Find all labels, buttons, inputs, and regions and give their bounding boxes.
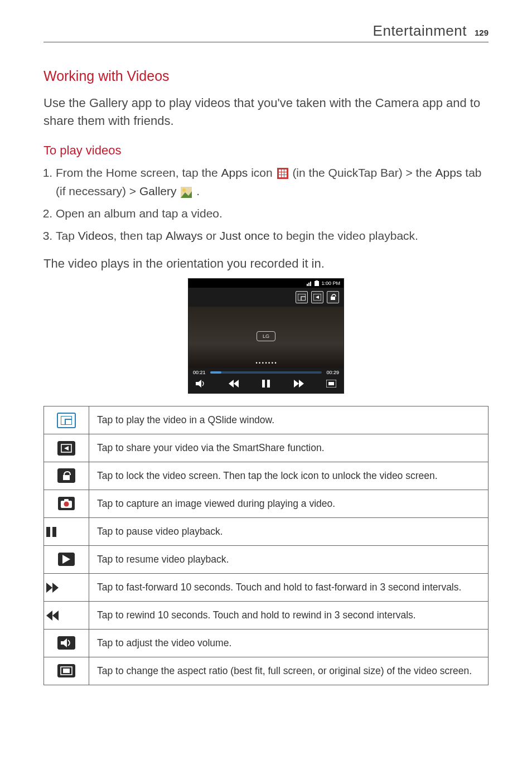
svg-rect-15 <box>315 281 319 286</box>
step-3-text-e: or <box>202 229 219 242</box>
header-section-title: Entertainment <box>373 22 467 40</box>
svg-rect-1 <box>279 170 281 172</box>
table-row: Tap to fast-forward 10 seconds. Touch an… <box>44 574 489 602</box>
icon-cell-pause <box>44 518 89 546</box>
fast-forward-icon <box>45 582 88 593</box>
svg-rect-26 <box>61 416 72 425</box>
step-2: Open an album and tap a video. <box>56 204 489 223</box>
step-1: From the Home screen, tap the Apps icon … <box>56 163 489 201</box>
capture-icon <box>58 497 75 510</box>
step-3-text-a: Tap <box>56 229 78 242</box>
icon-cell-volume <box>44 630 89 657</box>
desc-lock: Tap to lock the video screen. Then tap t… <box>89 462 489 490</box>
table-row: Tap to share your video via the SmartSha… <box>44 434 489 462</box>
step-1-text-a: From the Home screen, tap the <box>56 166 221 179</box>
table-row: Tap to lock the video screen. Then tap t… <box>44 462 489 490</box>
lock-icon <box>57 468 75 483</box>
svg-rect-29 <box>63 475 70 480</box>
step-1-text-d: (in the QuickTap Bar) > the <box>289 166 436 179</box>
svg-rect-22 <box>262 380 265 388</box>
desc-qslide: Tap to play the video in a QSlide window… <box>89 406 489 434</box>
svg-rect-21 <box>196 382 199 385</box>
svg-rect-3 <box>284 170 287 172</box>
steps-list: From the Home screen, tap the Apps icon … <box>43 163 489 245</box>
qslide-icon <box>57 413 76 428</box>
icon-cell-capture <box>44 490 89 518</box>
svg-rect-12 <box>307 284 308 286</box>
svg-rect-2 <box>282 170 284 172</box>
svg-rect-37 <box>63 669 70 673</box>
step-2-text: Open an album and tap a video. <box>56 207 223 220</box>
aspect-ratio-icon <box>57 664 75 677</box>
header-page-number: 129 <box>475 28 489 37</box>
svg-rect-31 <box>64 499 69 501</box>
table-row: Tap to pause video playback. <box>44 518 489 546</box>
table-row: Tap to play the video in a QSlide window… <box>44 406 489 434</box>
video-player-screenshot: 1:00 PM LG • • • • • • • 00:21 00:29 <box>188 278 344 394</box>
video-frame-area: LG • • • • • • • <box>188 307 344 368</box>
svg-rect-8 <box>282 175 284 177</box>
icon-cell-play <box>44 546 89 574</box>
step-3-videos: Videos <box>78 229 114 242</box>
step-1-gallery-label: Gallery <box>139 185 177 197</box>
icon-cell-smartshare <box>44 434 89 462</box>
svg-rect-33 <box>46 527 50 537</box>
svg-rect-5 <box>282 172 284 175</box>
step-3-text-c: , then tap <box>114 229 166 242</box>
step-1-apps-label: Apps <box>221 166 248 179</box>
time-total: 00:29 <box>326 370 339 375</box>
table-row: Tap to capture an image viewed during pl… <box>44 490 489 518</box>
table-row: Tap to rewind 10 seconds. Touch and hold… <box>44 602 489 630</box>
time-elapsed: 00:21 <box>193 370 206 375</box>
apps-icon <box>277 168 288 179</box>
mini-forward-icon <box>292 379 306 389</box>
svg-rect-6 <box>284 172 287 175</box>
top-icons-row <box>188 288 344 307</box>
step-3-justonce: Just once <box>220 229 270 242</box>
svg-rect-4 <box>279 172 281 175</box>
page-header: Entertainment 129 <box>43 22 489 42</box>
icon-cell-lock <box>44 462 89 490</box>
svg-rect-25 <box>328 382 334 385</box>
desc-capture: Tap to capture an image viewed during pl… <box>89 490 489 518</box>
seek-track <box>210 371 322 374</box>
volume-icon <box>57 636 75 650</box>
svg-rect-16 <box>316 280 318 281</box>
table-row: Tap to adjust the video volume. <box>44 630 489 657</box>
orientation-note: The video plays in the orientation you r… <box>43 255 489 273</box>
svg-rect-14 <box>310 282 311 286</box>
status-time: 1:00 PM <box>321 280 340 286</box>
svg-rect-35 <box>61 641 64 645</box>
mini-pause-icon <box>259 379 273 389</box>
desc-smartshare: Tap to share your video via the SmartSha… <box>89 434 489 462</box>
svg-rect-20 <box>331 297 335 300</box>
mini-lock-icon <box>327 291 339 303</box>
svg-point-11 <box>182 188 186 192</box>
step-1-text-h: . <box>193 185 200 197</box>
svg-rect-23 <box>267 380 270 388</box>
smartshare-icon <box>57 441 75 456</box>
desc-fastforward: Tap to fast-forward 10 seconds. Touch an… <box>89 574 489 602</box>
rewind-icon <box>45 610 88 621</box>
step-3-always: Always <box>166 229 203 242</box>
page-root: Entertainment 129 Working with Videos Us… <box>0 0 532 719</box>
icon-cell-rewind <box>44 602 89 630</box>
video-icons-table: Tap to play the video in a QSlide window… <box>43 406 489 685</box>
desc-play: Tap to resume video playback. <box>89 546 489 574</box>
subsection-heading: To play videos <box>43 143 489 158</box>
step-3: Tap Videos, then tap Always or Just once… <box>56 226 489 245</box>
battery-icon <box>315 280 319 286</box>
desc-rewind: Tap to rewind 10 seconds. Touch and hold… <box>89 602 489 630</box>
status-bar: 1:00 PM <box>188 279 344 288</box>
mini-share-icon <box>311 291 323 303</box>
desc-aspect: Tap to change the aspect ratio (best fit… <box>89 657 489 685</box>
play-icon <box>58 553 75 566</box>
svg-rect-18 <box>301 297 306 301</box>
svg-rect-9 <box>284 175 287 177</box>
signal-icon <box>307 280 312 286</box>
icon-cell-qslide <box>44 406 89 434</box>
mini-qslide-icon <box>296 291 308 303</box>
step-1-apps-tab: Apps <box>436 166 462 179</box>
controls-row <box>188 375 344 393</box>
mini-volume-icon <box>194 379 207 389</box>
